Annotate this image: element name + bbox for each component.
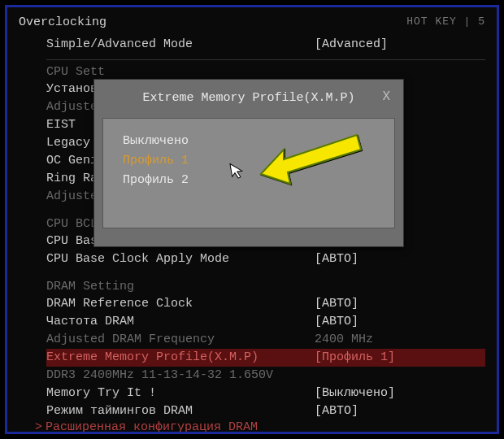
dram-refclock-value: [АВТО] [315,295,358,313]
apply-mode-value: [АВТО] [315,250,358,268]
memory-try-it-value: [Выключено] [315,385,395,402]
xmp-modal-title: Extreme Memory Profile(X.M.P) [142,91,354,105]
mode-row[interactable]: Simple/Advanced Mode [Advanced] [46,37,485,51]
dram-list: DRAM Reference Clock [АВТО] Частота DRAM… [46,295,485,420]
divider [46,59,485,60]
dram-freq-value: [АВТО] [315,313,358,331]
adj-dram-freq-value: 2400 MHz [315,331,373,349]
row-ddr3-info: DDR3 2400MHz 11-13-14-32 1.650V [46,367,485,385]
header-row: Overclocking HOT KEY | 5 [19,15,485,29]
row-apply-mode[interactable]: CPU Base Clock Apply Mode [АВТО] [46,250,485,268]
mode-value: [Advanced] [315,37,388,51]
mode-label: Simple/Advanced Mode [46,37,193,51]
hotkey-hint: HOT KEY | 5 [406,15,485,29]
close-icon[interactable]: X [382,89,390,104]
row-dram-refclock[interactable]: DRAM Reference Clock [АВТО] [46,295,485,313]
xmp-option-profile2[interactable]: Профиль 2 [123,171,386,190]
page-title: Overclocking [19,15,106,29]
xmp-options-list: Выключено Профиль 1 Профиль 2 [102,118,395,228]
row-adj-dram-freq: Adjusted DRAM Frequency 2400 MHz [46,331,485,349]
xmp-modal: Extreme Memory Profile(X.M.P) X Выключен… [93,79,404,247]
cpu-settings-heading: CPU Sett [46,65,485,79]
row-dram-freq[interactable]: Частота DRAM [АВТО] [46,313,485,331]
dram-heading: DRAM Setting [46,280,485,293]
xmp-modal-header: Extreme Memory Profile(X.M.P) X [102,91,395,105]
row-dram-advanced-conf[interactable]: >Расширенная конфигурация DRAM [35,420,485,434]
row-dram-timing-mode[interactable]: Режим таймингов DRAM [АВТО] [46,402,485,420]
xmp-option-disabled[interactable]: Выключено [123,132,386,151]
row-xmp[interactable]: Extreme Memory Profile(X.M.P) [Профиль 1… [46,349,485,367]
xmp-value: [Профиль 1] [315,349,395,367]
chevron-right-icon: > [35,420,42,434]
bios-window: Overclocking HOT KEY | 5 Simple/Advanced… [5,5,499,434]
xmp-option-profile1[interactable]: Профиль 1 [123,151,386,171]
row-memory-try-it[interactable]: Memory Try It ! [Выключено] [46,385,485,402]
dram-timing-value: [АВТО] [315,402,358,420]
